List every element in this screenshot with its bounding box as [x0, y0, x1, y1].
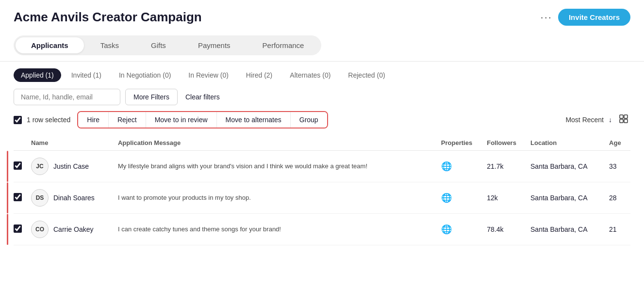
select-all-checkbox[interactable] [14, 116, 22, 124]
bulk-actions-row: 1 row selected Hire Reject Move to in re… [0, 105, 644, 128]
reject-button[interactable]: Reject [109, 112, 146, 128]
filter-tabs: Applied (1)Invited (1)In Negotiation (0)… [0, 62, 644, 82]
app-message-cell: I can create catchy tunes and theme song… [118, 214, 441, 245]
table-row: DS Dinah Soares I want to promote your p… [14, 182, 630, 214]
search-input[interactable] [14, 89, 120, 105]
avatar: CO [31, 221, 49, 238]
age-value: 28 [609, 194, 617, 202]
page-title: Acme Anvils Creator Campaign [14, 10, 202, 25]
age-cell: 28 [609, 182, 630, 214]
search-bar: More Filters Clear filters [0, 82, 644, 105]
svg-rect-3 [624, 119, 627, 123]
sort-label: Most Recent [565, 116, 604, 124]
location-value: Santa Barbara, CA [530, 225, 588, 233]
svg-rect-1 [624, 115, 627, 118]
col-followers: Followers [487, 135, 530, 151]
properties-cell: 🌐 [441, 151, 487, 182]
properties-cell: 🌐 [441, 182, 487, 214]
table-head: Name Application Message Properties Foll… [14, 135, 630, 151]
col-age: Age [609, 135, 630, 151]
applicant-name: Carrie Oakey [53, 225, 93, 233]
row-checkbox[interactable] [14, 225, 22, 233]
move-alternates-button[interactable]: Move to alternates [217, 112, 291, 128]
application-message: I want to promote your products in my to… [118, 194, 251, 201]
name-cell-inner: JC Justin Case [31, 158, 113, 175]
location-value: Santa Barbara, CA [530, 162, 588, 170]
filter-tab-3[interactable]: In Review (0) [181, 68, 235, 82]
tab-tasks[interactable]: Tasks [85, 37, 134, 53]
grid-icon [619, 114, 628, 124]
col-location: Location [530, 135, 609, 151]
age-cell: 21 [609, 214, 630, 245]
app-message-cell: My lifestyle brand aligns with your bran… [118, 151, 441, 182]
app-message-cell: I want to promote your products in my to… [118, 182, 441, 214]
clear-filters-button[interactable]: Clear filters [182, 89, 223, 105]
filter-tab-6[interactable]: Rejected (0) [341, 68, 392, 82]
name-cell-inner: DS Dinah Soares [31, 189, 113, 207]
location-value: Santa Barbara, CA [530, 194, 588, 202]
age-cell: 33 [609, 151, 630, 182]
filter-tab-4[interactable]: Hired (2) [239, 68, 280, 82]
tab-applicants[interactable]: Applicants [16, 37, 84, 53]
tab-gifts[interactable]: Gifts [135, 37, 182, 53]
table-wrap: Name Application Message Properties Foll… [0, 128, 644, 245]
sort-area: Most Recent ↓ [565, 112, 630, 128]
action-group: Hire Reject Move to in review Move to al… [77, 111, 328, 128]
filter-tab-0[interactable]: Applied (1) [14, 68, 61, 82]
row-checkbox[interactable] [14, 193, 22, 201]
location-cell: Santa Barbara, CA [530, 151, 609, 182]
col-app-message: Application Message [118, 135, 441, 151]
globe-icon: 🌐 [441, 225, 452, 234]
globe-icon: 🌐 [441, 193, 452, 203]
avatar: DS [31, 189, 49, 207]
col-checkbox [14, 135, 31, 151]
properties-cell: 🌐 [441, 214, 487, 245]
application-message: I can create catchy tunes and theme song… [118, 225, 281, 233]
row-checkbox-cell [14, 214, 31, 245]
tab-performance[interactable]: Performance [247, 37, 320, 53]
hire-button[interactable]: Hire [78, 112, 109, 128]
followers-cell: 78.4k [487, 214, 530, 245]
selected-label: 1 row selected [27, 116, 70, 124]
table-row: JC Justin Case My lifestyle brand aligns… [14, 151, 630, 182]
age-value: 33 [609, 162, 617, 170]
svg-rect-0 [620, 115, 623, 118]
group-button[interactable]: Group [291, 112, 327, 128]
tabs-nav-inner: ApplicantsTasksGiftsPaymentsPerformance [14, 35, 321, 55]
selected-row-indicator [7, 182, 8, 213]
selected-row-indicator [7, 151, 8, 182]
row-checkbox[interactable] [14, 161, 22, 170]
followers-value: 21.7k [487, 162, 503, 170]
followers-cell: 21.7k [487, 151, 530, 182]
location-cell: Santa Barbara, CA [530, 182, 609, 214]
followers-cell: 12k [487, 182, 530, 214]
tabs-nav: ApplicantsTasksGiftsPaymentsPerformance [0, 31, 644, 55]
table-row: CO Carrie Oakey I can create catchy tune… [14, 214, 630, 245]
applicant-name: Justin Case [53, 162, 89, 170]
move-in-review-button[interactable]: Move to in review [146, 112, 217, 128]
header-actions: ··· Invite Creators [541, 9, 630, 26]
location-cell: Santa Barbara, CA [530, 214, 609, 245]
more-options-button[interactable]: ··· [541, 11, 552, 24]
invite-creators-button[interactable]: Invite Creators [558, 9, 630, 26]
filter-tab-2[interactable]: In Negotiation (0) [112, 68, 178, 82]
sort-direction-icon: ↓ [609, 116, 612, 124]
applicants-table: Name Application Message Properties Foll… [14, 135, 630, 245]
svg-rect-2 [620, 119, 623, 123]
name-cell: DS Dinah Soares [31, 182, 118, 214]
row-checkbox-cell [14, 151, 31, 182]
filter-tab-5[interactable]: Alternates (0) [282, 68, 338, 82]
col-properties: Properties [441, 135, 487, 151]
grid-view-button[interactable] [617, 112, 630, 128]
globe-icon: 🌐 [441, 161, 452, 171]
name-cell: JC Justin Case [31, 151, 118, 182]
application-message: My lifestyle brand aligns with your bran… [118, 162, 367, 170]
name-cell-inner: CO Carrie Oakey [31, 221, 113, 238]
applicant-name: Dinah Soares [53, 194, 95, 202]
tab-payments[interactable]: Payments [182, 37, 246, 53]
more-filters-button[interactable]: More Filters [125, 89, 178, 105]
followers-value: 12k [487, 194, 498, 202]
col-name: Name [31, 135, 118, 151]
followers-value: 78.4k [487, 225, 503, 233]
filter-tab-1[interactable]: Invited (1) [64, 68, 109, 82]
